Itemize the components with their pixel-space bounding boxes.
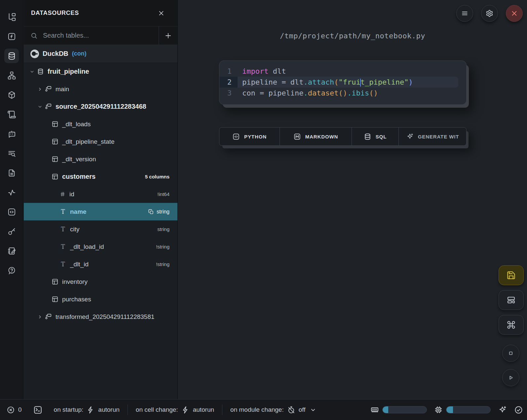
copy-icon[interactable] <box>148 209 154 215</box>
ai-chat-icon[interactable] <box>4 127 19 141</box>
snippets-icon[interactable] <box>4 205 19 219</box>
tree-row-schema[interactable]: transformed_202504291112283581 <box>24 308 177 325</box>
ram-meter-track <box>382 406 427 413</box>
datasources-icon[interactable] <box>4 49 19 63</box>
command-palette-button[interactable] <box>499 315 524 335</box>
zap-icon <box>181 406 190 414</box>
column-type: string <box>157 209 169 215</box>
save-button[interactable] <box>499 265 524 285</box>
line-number: 2 <box>219 77 238 88</box>
tree-row-database[interactable]: fruit_pipeline <box>24 63 177 80</box>
add-python-cell-button[interactable]: PYTHON <box>219 128 280 145</box>
layout-icon <box>507 295 516 305</box>
notebook-area: /tmp/project/path/my_notebook.py 1 impor… <box>178 0 527 399</box>
tree-row-schema[interactable]: source_202504291112283468 <box>24 98 177 115</box>
menu-icon <box>461 10 469 17</box>
tree-label: purchases <box>62 296 91 303</box>
chevron-right-icon <box>37 86 43 92</box>
settings-button[interactable] <box>481 5 498 22</box>
code-line: 3 con = pipeline.dataset().ibis() <box>219 88 466 98</box>
scratchpad-icon[interactable] <box>4 244 19 258</box>
add-markdown-cell-button[interactable]: MARKDOWN <box>280 128 352 145</box>
table-icon <box>52 121 58 128</box>
stop-button[interactable] <box>502 345 519 362</box>
tree-row-column[interactable]: T _dlt_load_id !string <box>24 238 177 255</box>
circle-x-icon <box>7 406 15 414</box>
tree-row-column[interactable]: T city string <box>24 220 177 238</box>
line-number: 3 <box>219 88 238 98</box>
tree-row-column-selected[interactable]: T name string <box>24 203 177 220</box>
cpu-icon <box>434 405 443 414</box>
tree-row-schema[interactable]: main <box>24 80 177 98</box>
text-search-icon[interactable] <box>4 146 19 161</box>
schema-icon <box>45 103 52 110</box>
column-count: 5 columns <box>145 174 169 179</box>
on-cell-change-setting[interactable]: on cell change: autorun <box>136 406 214 414</box>
schema-icon <box>45 313 52 320</box>
logs-icon[interactable] <box>4 107 19 122</box>
add-datasource-button[interactable] <box>159 26 177 45</box>
add-cell-toolbar: PYTHON MARKDOWN SQL GENERATE WIT <box>219 127 467 146</box>
terminal-icon <box>33 405 43 415</box>
type-icon: T <box>59 208 66 215</box>
notebook-path: /tmp/project/path/my_notebook.py <box>178 32 527 40</box>
tree-row-table[interactable]: _dlt_loads <box>24 115 177 133</box>
check-circle-icon[interactable] <box>514 405 523 414</box>
dependencies-icon[interactable] <box>4 68 19 83</box>
column-type: !string <box>156 244 169 249</box>
file-tree-icon[interactable] <box>4 10 19 24</box>
tree-row-table[interactable]: inventory <box>24 273 177 290</box>
markdown-icon <box>293 133 301 140</box>
search-icon <box>30 32 38 39</box>
functions-icon[interactable] <box>4 29 19 44</box>
on-module-change-setting[interactable]: on module change: off <box>230 406 317 414</box>
search-row <box>24 26 177 45</box>
type-icon: T <box>59 243 66 250</box>
search-input[interactable] <box>42 31 159 40</box>
activity-rail <box>0 0 23 399</box>
code-cell[interactable]: 1 import dlt 2 pipeline = dlt.attach("fr… <box>219 60 467 105</box>
column-type: !int64 <box>157 191 169 197</box>
sparkles-icon[interactable] <box>498 405 507 414</box>
button-label: PYTHON <box>244 134 267 139</box>
add-sql-cell-button[interactable]: SQL <box>352 128 398 145</box>
close-app-button[interactable] <box>506 5 523 22</box>
ram-meter-fill <box>383 406 388 413</box>
documentation-icon[interactable] <box>4 166 19 180</box>
tree-row-column[interactable]: id !int64 <box>24 185 177 203</box>
secrets-icon[interactable] <box>4 224 19 239</box>
on-startup-setting[interactable]: on startup: autorun <box>54 406 120 414</box>
tree-row-table[interactable]: _dlt_pipeline_state <box>24 133 177 150</box>
packages-icon[interactable] <box>4 88 19 102</box>
duckdb-logo-icon <box>30 50 39 58</box>
connection-row[interactable]: DuckDB (con) <box>24 45 177 63</box>
tracing-icon[interactable] <box>4 185 19 200</box>
column-label: name <box>70 208 87 215</box>
tree-label: customers <box>62 173 95 180</box>
generate-with-ai-button[interactable]: GENERATE WIT <box>398 128 466 145</box>
play-icon <box>507 373 515 382</box>
type-icon: T <box>59 261 66 268</box>
tree-row-table[interactable]: _dlt_version <box>24 150 177 168</box>
layout-button[interactable] <box>499 290 524 310</box>
tree-row-column[interactable]: T _dlt_id !string <box>24 255 177 273</box>
ram-icon <box>370 405 379 414</box>
tree-label: fruit_pipeline <box>48 68 89 75</box>
terminal-button[interactable] <box>33 405 43 415</box>
tree-row-table[interactable]: customers 5 columns <box>24 168 177 185</box>
setting-value: autorun <box>98 406 119 413</box>
close-panel-icon[interactable] <box>158 10 165 17</box>
command-icon <box>507 320 516 329</box>
table-icon <box>52 138 58 145</box>
error-indicator[interactable]: 0 <box>7 406 22 414</box>
cpu-meter-track <box>446 406 491 413</box>
menu-button[interactable] <box>456 5 473 22</box>
column-type: !string <box>156 261 169 267</box>
tree-row-table[interactable]: purchases <box>24 290 177 308</box>
search-box[interactable] <box>24 26 159 45</box>
window-controls <box>456 5 523 22</box>
button-label: MARKDOWN <box>305 134 338 139</box>
help-icon[interactable] <box>4 263 19 278</box>
run-button[interactable] <box>502 369 519 386</box>
hash-icon <box>59 191 66 197</box>
